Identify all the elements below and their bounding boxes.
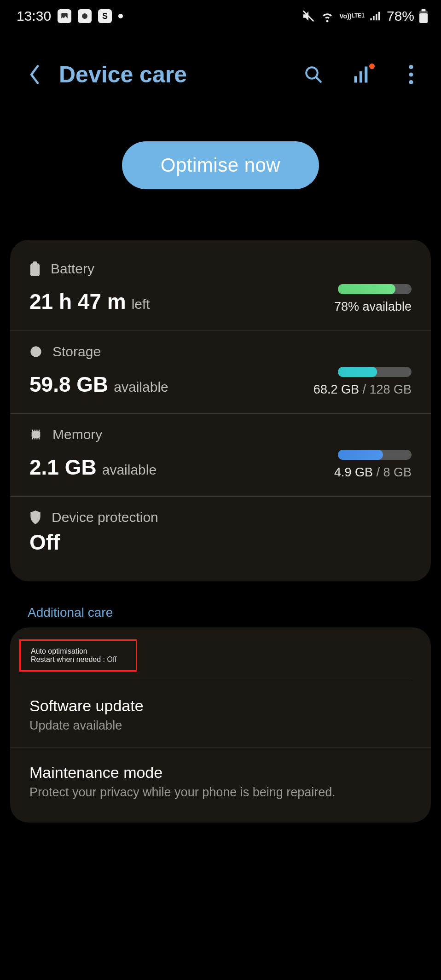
- status-time: 13:30: [17, 8, 51, 24]
- status-battery-pct: 78%: [387, 8, 414, 24]
- svg-rect-3: [422, 9, 426, 12]
- svg-rect-7: [360, 71, 362, 83]
- back-button[interactable]: [23, 63, 46, 86]
- storage-icon: [29, 345, 42, 358]
- memory-icon: [29, 428, 42, 441]
- volte-icon: Vo))LTE1: [339, 13, 365, 19]
- svg-rect-12: [30, 263, 40, 276]
- maintenance-mode-sub: Protect your privacy while your phone is…: [29, 785, 412, 800]
- auto-optimisation-row[interactable]: Auto optimisation Restart when needed : …: [21, 641, 127, 670]
- battery-row[interactable]: Battery 21 h 47 m left 78% available: [10, 248, 431, 331]
- app-notif-icon: [78, 9, 92, 23]
- svg-rect-8: [365, 67, 367, 83]
- status-left: 13:30 S: [17, 8, 123, 24]
- device-protection-label: Device protection: [52, 510, 158, 525]
- svg-point-0: [82, 13, 87, 19]
- battery-time-suffix: left: [132, 296, 150, 312]
- battery-icon: [419, 9, 428, 23]
- storage-usage-text: 68.2 GB / 128 GB: [313, 383, 412, 397]
- additional-care-card: Auto optimisation Restart when needed : …: [10, 627, 431, 823]
- device-protection-row[interactable]: Device protection Off: [10, 497, 431, 571]
- svg-line-5: [316, 77, 321, 82]
- wifi-icon: [320, 9, 335, 23]
- signal-icon: [369, 10, 382, 23]
- storage-suffix: available: [114, 379, 168, 395]
- svg-rect-2: [419, 13, 428, 23]
- maintenance-mode-row[interactable]: Maintenance mode Protect your privacy wh…: [10, 748, 431, 814]
- maintenance-mode-title: Maintenance mode: [29, 764, 412, 782]
- status-right: Vo))LTE1 78%: [302, 8, 428, 24]
- auto-optimisation-title: Auto optimisation: [31, 647, 116, 655]
- auto-optimisation-highlight: Auto optimisation Restart when needed : …: [19, 639, 137, 672]
- mute-icon: [302, 9, 315, 23]
- storage-value: 59.8 GB: [29, 372, 108, 397]
- page-title: Device care: [59, 61, 187, 88]
- memory-suffix: available: [102, 462, 157, 478]
- battery-time-value: 21 h 47 m: [29, 289, 126, 314]
- svg-rect-6: [354, 76, 357, 83]
- alert-dot-icon: [369, 64, 375, 69]
- device-protection-value: Off: [29, 530, 412, 555]
- battery-label: Battery: [51, 261, 94, 277]
- more-notif-icon: [118, 14, 123, 18]
- svg-rect-14: [32, 431, 41, 438]
- battery-icon: [29, 261, 41, 276]
- software-update-title: Software update: [29, 697, 412, 715]
- gallery-notif-icon: [58, 9, 71, 23]
- storage-label: Storage: [52, 344, 101, 360]
- additional-care-header: Additional care: [0, 581, 441, 620]
- search-button[interactable]: [302, 61, 325, 88]
- more-options-button[interactable]: [400, 61, 423, 88]
- svg-point-10: [409, 73, 413, 77]
- storage-row[interactable]: Storage 59.8 GB available 68.2 GB / 128 …: [10, 331, 431, 414]
- battery-available-text: 78% available: [334, 300, 412, 313]
- memory-row[interactable]: Memory 2.1 GB available 4.9 GB / 8 GB: [10, 414, 431, 497]
- memory-label: Memory: [52, 427, 102, 442]
- svg-point-9: [409, 65, 413, 69]
- optimise-now-button[interactable]: Optimise now: [122, 141, 319, 189]
- status-bar: 13:30 S Vo))LTE1 78%: [0, 0, 441, 29]
- device-care-summary-card: Battery 21 h 47 m left 78% available Sto…: [10, 240, 431, 581]
- svg-point-11: [409, 80, 413, 84]
- software-update-sub: Update available: [29, 719, 412, 733]
- svg-rect-13: [33, 261, 37, 264]
- memory-usage-text: 4.9 GB / 8 GB: [334, 465, 412, 480]
- s-notif-icon: S: [98, 9, 112, 23]
- auto-optimisation-sub: Restart when needed : Off: [31, 655, 116, 664]
- memory-progress-bar: [338, 450, 412, 460]
- memory-value: 2.1 GB: [29, 455, 97, 480]
- app-header: Device care: [0, 29, 441, 88]
- storage-progress-bar: [338, 367, 412, 377]
- software-update-row[interactable]: Software update Update available: [10, 681, 431, 748]
- diagnostics-button[interactable]: [351, 61, 374, 88]
- shield-icon: [29, 510, 41, 524]
- battery-progress-bar: [338, 284, 412, 294]
